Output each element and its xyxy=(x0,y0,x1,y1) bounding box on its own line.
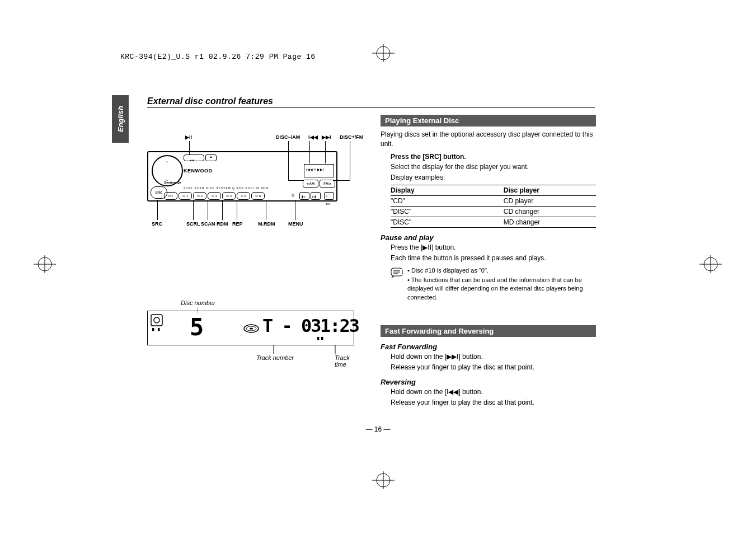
language-tab: English xyxy=(112,95,129,143)
heading-playing-external-disc: Playing External Disc xyxy=(381,115,596,127)
system-q-label: System Q▸ xyxy=(164,180,181,184)
table-row: "DISC" CD changer xyxy=(391,206,596,217)
cell-display: "DISC" xyxy=(391,206,504,217)
label-scan: SCAN xyxy=(201,221,215,227)
lcd-small: I◀◀ ✕ ▶▶I xyxy=(304,164,334,177)
svg-point-17 xyxy=(250,328,253,330)
play-slot: ◂ ▸ xyxy=(184,154,204,161)
track-number-value: T - 03 xyxy=(262,317,321,335)
label-rep: REP xyxy=(232,221,243,227)
table-row: "DISC" MD changer xyxy=(391,217,596,227)
caption-disc-number: Disc number xyxy=(181,299,215,306)
cell-player: MD changer xyxy=(504,217,596,227)
label-mrdm: M.RDM xyxy=(258,221,275,227)
cell-display: "DISC" xyxy=(391,217,504,227)
callout-prev: I◀◀ xyxy=(308,134,318,140)
prev-glyph-icon: I◀◀ xyxy=(447,388,458,396)
lcd-seek-icons: I◀◀ ✕ ▶▶I xyxy=(306,167,324,171)
display-table: Display Disc player "CD" CD player "DISC… xyxy=(391,185,596,228)
page-number: — 16 — xyxy=(0,425,756,433)
heading-fast-forwarding: Fast Forwarding and Reversing xyxy=(381,325,596,337)
caption-track-number: Track number xyxy=(256,354,294,361)
track-time-value: 1:23 xyxy=(320,317,359,335)
step-release-fwd: Release your finger to play the disc at … xyxy=(391,363,596,372)
label-rdm: RDM xyxy=(217,221,228,227)
callout-disc-minus-am: DISC−/AM xyxy=(276,134,300,140)
label-menu: MENU xyxy=(288,221,303,227)
registration-mark-bottom xyxy=(372,469,395,491)
cell-display: "CD" xyxy=(391,195,504,206)
intro-text: Playing discs set in the optional access… xyxy=(381,130,596,149)
aud-button: QAUD xyxy=(324,192,334,200)
subheading-fast-forwarding: Fast Forwarding xyxy=(381,343,596,351)
small-indicators: ▘ ▘ xyxy=(152,328,162,334)
svg-point-14 xyxy=(154,317,159,323)
section-title: External disc control features xyxy=(147,96,595,108)
callout-play-pause: ▶II xyxy=(185,134,192,140)
clock-icon xyxy=(151,314,163,329)
disc-icon xyxy=(243,324,260,335)
registration-mark-left xyxy=(34,253,56,275)
chevron-up-icon: ⌃ xyxy=(165,161,169,166)
step-press-src: Press the [SRC] button. xyxy=(391,152,596,162)
disc-number-value: 5 xyxy=(190,316,204,339)
am-button: ◂ AM xyxy=(303,180,318,188)
cell-player: CD player xyxy=(504,195,596,206)
step-display-examples: Display examples: xyxy=(391,173,596,182)
step-hold-next: Hold down on the [▶▶I] button. xyxy=(391,352,596,362)
aux-button-2: ▸❚ xyxy=(311,192,321,200)
preset-1: ⊙ 1 xyxy=(179,192,192,200)
att-button: ATT xyxy=(164,192,177,200)
subheading-pause-play: Pause and play xyxy=(381,233,596,242)
svg-rect-13 xyxy=(151,315,162,326)
eject-button: ▲ xyxy=(205,154,217,161)
step-release-rev: Release your finger to play the disc at … xyxy=(391,398,596,407)
callout-disc-plus-fm: DISC+/FM xyxy=(340,134,363,140)
caption-track-time: Track time xyxy=(335,354,354,368)
play-pause-glyph-icon: ▶II xyxy=(422,243,431,251)
table-row: "CD" CD player xyxy=(391,195,596,206)
brand-label: KENWOOD xyxy=(184,168,213,174)
fm-button: FM ▸ xyxy=(320,180,335,188)
preset-6: ⊙ 6 xyxy=(251,192,265,200)
step-hold-prev: Hold down on the [I◀◀] button. xyxy=(391,387,596,397)
note-disc-10: • Disc #10 is displayed as "0". xyxy=(407,266,596,275)
note-icon xyxy=(391,268,403,303)
th-display: Display xyxy=(391,185,504,195)
note-functions-vary: • The functions that can be used and the… xyxy=(407,276,596,302)
step-press-playpause: Press the [▶II] button. xyxy=(391,243,596,252)
subheading-reversing: Reversing xyxy=(381,378,596,386)
step-select-display: Select the display for the disc player y… xyxy=(391,162,596,172)
label-src: SRC xyxy=(152,221,162,227)
button-labels-row: SCRL SCAN DISC SYSTEM Q RDS VOCL M.RDM xyxy=(184,186,269,190)
callout-next: ▶▶I xyxy=(322,134,331,140)
label-scrl: SCRL xyxy=(186,221,200,227)
registration-mark-right xyxy=(699,253,722,275)
device-diagram: ▶II DISC−/AM I◀◀ ▶▶I DISC+/FM ⌃ ⌄ ◂ ▸ ▲ … xyxy=(147,115,360,227)
next-glyph-icon: ▶▶I xyxy=(447,353,458,360)
preset-2: ⊙ 2 xyxy=(193,192,206,200)
registration-mark-top xyxy=(372,42,395,64)
step-each-press: Each time the button is pressed it pause… xyxy=(391,254,596,263)
preset-5: ⊙ 5 xyxy=(237,192,250,200)
cell-player: CD changer xyxy=(504,206,596,217)
th-disc-player: Disc player xyxy=(504,185,596,195)
lcd-illustration: Disc number ▘ ▘ 5 T - 03 1:23 ▘▘ Track n… xyxy=(147,299,354,367)
aux-button-1: ❚◂ xyxy=(299,192,309,200)
print-job-header: KRC-394(E2)_U.S r1 02.9.26 7:29 PM Page … xyxy=(120,53,316,61)
o-symbol: o xyxy=(292,192,294,198)
preset-4: ⊙ 4 xyxy=(222,192,236,200)
preset-3: ⊙ 3 xyxy=(208,192,221,200)
